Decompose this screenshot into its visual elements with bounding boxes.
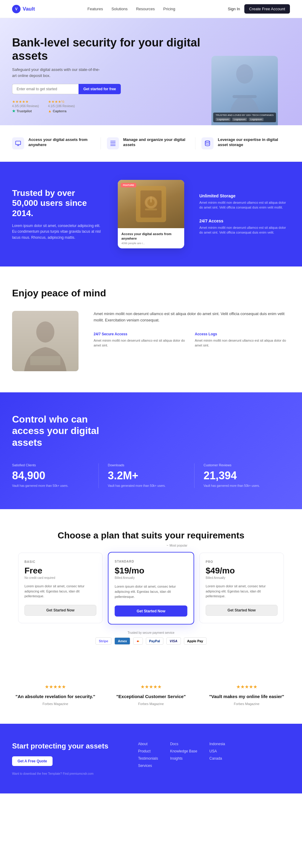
peace-feature1-body: Amet minim mollit non deserunt ullamco e… (94, 338, 189, 348)
trust-logo-1: Logoipsum (216, 118, 231, 121)
nav-pricing[interactable]: Pricing (163, 7, 176, 11)
plan-desc-pro: Lorem ipsum dolor sit amet, consec tetur… (206, 584, 277, 599)
footer-link-services[interactable]: Services (138, 764, 158, 768)
footer-link-about[interactable]: About (138, 742, 158, 746)
svg-rect-12 (30, 356, 60, 365)
hero-email-input[interactable] (12, 84, 79, 94)
capterra-brand: ▲ Capterra (48, 109, 75, 113)
footer-col-2: Indonesia USA Canada (209, 742, 225, 768)
footer-brand: Start protecting your assets Get A Free … (12, 742, 126, 776)
footer-col-0: About Product Testimonials Services (138, 742, 158, 768)
trusted-feature2-body: Amet minim mollit non deserunt ullamco e… (199, 225, 290, 235)
control-section: Control who can access your digital asse… (0, 392, 302, 509)
signin-button[interactable]: Sign In (228, 7, 240, 11)
stat-downloads-number: 3.2M+ (108, 469, 185, 482)
nav-links: Features Solutions Resources Pricing (88, 7, 176, 11)
stripe-logo: Stripe (95, 638, 112, 645)
stat-reviews-desc: Vault has garnered more than 50k+ users. (204, 484, 281, 488)
device-icon-box (12, 137, 24, 149)
nav-resources[interactable]: Resources (136, 7, 155, 11)
review-card-1: ★★★★★ "Exceptional Customer Service" For… (108, 684, 194, 706)
stat-clients-desc: Vault has garnered more than 50k+ users. (12, 484, 89, 488)
trusted-right: Unlimited Storage Amet minim mollit non … (199, 193, 290, 235)
svg-rect-8 (150, 196, 152, 203)
footer-link-canada[interactable]: Canada (209, 756, 225, 761)
feature-item-2: Leverage our expertise in digital asset … (195, 137, 290, 149)
footer: Start protecting your assets Get A Free … (0, 724, 302, 794)
svg-point-0 (236, 64, 253, 84)
footer-link-testimonials[interactable]: Testimonials (138, 756, 158, 761)
peace-body: Amet minim mollit non deserunt ullamco e… (94, 311, 290, 323)
trustpilot-score: 4.3/5 (456 Reviews) (12, 104, 39, 108)
stat-reviews: Customer Reviews 21,394 Vault has garner… (194, 463, 290, 488)
trusted-feature2-title: 24/7 Access (199, 218, 290, 223)
nav-logo[interactable]: V Vault (12, 5, 35, 13)
capterra-score: 4.1/5 (186 Reviews) (48, 104, 75, 108)
footer-col-1: Docs Knowledge Base Insights (170, 742, 197, 768)
review-stars-0: ★★★★★ (12, 684, 99, 690)
storage-icon-box (202, 137, 213, 149)
pricing-section: Choose a plan that suits your requiremen… (0, 509, 302, 666)
device-icon (15, 140, 21, 146)
plan-cta-basic[interactable]: Get Started Now (25, 605, 96, 616)
apple-pay-logo: Apple Pay (184, 638, 207, 645)
plan-cta-pro[interactable]: Get Started Now (206, 605, 277, 616)
get-started-button[interactable]: Get started for free (79, 84, 121, 94)
nav-solutions[interactable]: Solutions (112, 7, 127, 11)
footer-links: About Product Testimonials Services Docs… (138, 742, 290, 768)
trusted-card-title: Access your digital assets from anywhere (121, 232, 181, 241)
footer-link-indonesia[interactable]: Indonesia (209, 742, 225, 746)
review-quote-2: "Vault makes my online life easier" (203, 693, 290, 700)
create-account-button[interactable]: Create Free Account (244, 4, 290, 13)
trust-logo-3: Logoipsum (249, 118, 264, 121)
trusted-card-content: Access your digital assets from anywhere… (118, 228, 184, 248)
peace-features: 24/7 Secure Access Amet minim mollit non… (94, 332, 290, 348)
hero-image: TRUSTED AND LOVED BY 100+ TECH COMPANIES… (211, 56, 278, 125)
amex-logo: Amex (115, 638, 130, 645)
feature-text-2: Leverage our expertise in digital asset … (218, 137, 284, 148)
trusted-feature-access: 24/7 Access Amet minim mollit non deseru… (199, 218, 290, 235)
nav-features[interactable]: Features (88, 7, 103, 11)
review-source-2: Forbes Magazine (203, 702, 290, 706)
stat-clients-label: Satisfied Clients (12, 463, 89, 467)
hero-section: Bank-level security for your digital ass… (0, 18, 302, 125)
footer-link-usa[interactable]: USA (209, 749, 225, 753)
trusted-features: Unlimited Storage Amet minim mollit non … (199, 193, 290, 235)
plan-cta-standard[interactable]: Get Started Now (115, 606, 187, 617)
trust-logo-2: Logoipsum (232, 118, 247, 121)
footer-link-docs[interactable]: Docs (170, 742, 197, 746)
review-quote-1: "Exceptional Customer Service" (108, 693, 194, 700)
stat-downloads-desc: Vault has generated more than 50k+ users… (108, 484, 185, 488)
organize-icon (110, 140, 116, 146)
most-popular-label: Most popular (167, 544, 187, 547)
svg-rect-1 (233, 95, 257, 98)
feature-item-0: Access your digital assets from anywhere (12, 137, 101, 149)
trusted-left: Trusted by over 50,000 users since 2014.… (12, 188, 103, 241)
pricing-card-basic: BASIC Free No credit card required Lorem… (18, 553, 103, 623)
footer-link-knowledge[interactable]: Knowledge Base (170, 749, 197, 753)
svg-rect-9 (145, 209, 157, 210)
trustpilot-stars: ★★★★★ (12, 100, 39, 104)
footer-link-insights[interactable]: Insights (170, 756, 197, 761)
review-stars-1: ★★★★★ (108, 684, 194, 690)
trusted-card-image: FEATURE (118, 180, 184, 228)
peace-image (12, 311, 79, 371)
trusted-feature1-body: Amet minim mollit non deserunt ullamco e… (199, 200, 290, 210)
logo-text: Vault (23, 6, 35, 12)
plan-price-pro: $49/mo (206, 566, 277, 576)
footer-bottom: Want to download the free Template? Find… (12, 772, 126, 775)
plan-billing-pro: Billed Annually (206, 576, 277, 580)
storage-icon (205, 140, 211, 146)
plan-tier-basic: BASIC (25, 560, 96, 563)
trusted-card: FEATURE Access your digital assets from … (118, 180, 184, 248)
hero-title: Bank-level security for your digital ass… (12, 36, 211, 62)
trusted-card-people: 4096 people are r... (121, 242, 181, 245)
review-source-0: Forbes Magazine (12, 702, 99, 706)
footer-link-product[interactable]: Product (138, 749, 158, 753)
rating-trustpilot: ★★★★★ 4.3/5 (456 Reviews) ★ Trustpilot (12, 100, 39, 113)
footer-cta-button[interactable]: Get A Free Quote (12, 756, 53, 766)
stat-downloads: Downloads 3.2M+ Vault has generated more… (99, 463, 194, 488)
pricing-card-pro: PRO $49/mo Billed Annually Lorem ipsum d… (199, 553, 284, 623)
nav-actions: Sign In Create Free Account (228, 4, 290, 13)
peace-feature2-title: Access Logs (195, 332, 290, 336)
